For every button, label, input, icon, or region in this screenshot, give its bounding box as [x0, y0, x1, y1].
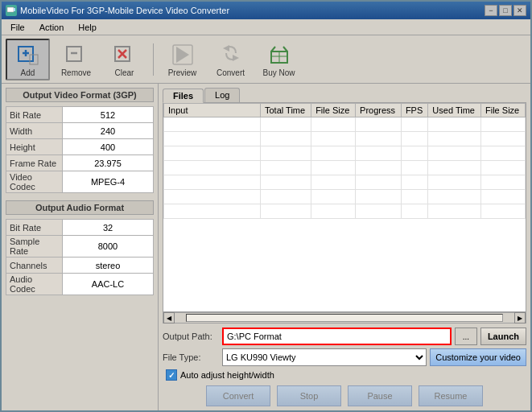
remove-label: Remove — [61, 68, 91, 77]
launch-button[interactable]: Launch — [480, 328, 526, 345]
framerate-value: 23.975 — [63, 155, 154, 171]
add-icon — [15, 42, 41, 68]
channels-label: Channels — [6, 258, 63, 274]
table-row — [164, 175, 526, 190]
remove-button[interactable]: Remove — [54, 39, 98, 80]
table-row — [164, 204, 526, 219]
preview-label: Preview — [168, 68, 197, 77]
customize-button[interactable]: Customize your video — [430, 348, 526, 366]
table-row: Audio Codec AAC-LC — [6, 274, 154, 295]
preview-button[interactable]: Preview — [160, 39, 204, 80]
table-row: Sample Rate 8000 — [6, 236, 154, 258]
table-row: Bit Rate 32 — [6, 220, 154, 236]
scroll-track[interactable] — [186, 314, 503, 322]
table-row: Video Codec MPEG-4 — [6, 171, 154, 193]
convert-icon — [218, 42, 244, 68]
scroll-left-arrow[interactable]: ◀ — [163, 312, 175, 323]
svg-rect-0 — [7, 7, 14, 12]
right-panel: Files Log Input Total Time File Size Pro… — [159, 84, 530, 410]
files-tab[interactable]: Files — [163, 89, 204, 103]
auto-adjust-row: ✓ Auto adjust height/width — [163, 369, 526, 381]
svg-marker-14 — [233, 55, 239, 61]
minimize-button[interactable]: − — [485, 5, 497, 16]
clear-button[interactable]: Clear — [102, 39, 146, 80]
window-title: MobileVideo For 3GP-Mobile Device Video … — [20, 6, 229, 15]
main-content: Output Video Format (3GP) Bit Rate 512 W… — [2, 84, 530, 410]
stop-button[interactable]: Stop — [277, 385, 341, 406]
col-total-time: Total Time — [261, 104, 311, 117]
svg-marker-13 — [223, 45, 229, 52]
output-path-input[interactable] — [222, 328, 452, 345]
title-bar-buttons: − □ ✕ — [485, 5, 526, 16]
browse-button[interactable]: ... — [455, 328, 477, 345]
col-file-size2: File Size — [481, 104, 526, 117]
width-value: 240 — [63, 123, 154, 139]
table-row: Channels stereo — [6, 258, 154, 274]
buy-now-button[interactable]: Buy Now — [257, 39, 301, 80]
file-type-label: File Type: — [163, 352, 219, 362]
convert-button[interactable]: Convert — [208, 39, 253, 80]
videocodec-label: Video Codec — [6, 171, 63, 193]
table-row — [164, 190, 526, 204]
audio-format-table: Bit Rate 32 Sample Rate 8000 Channels st… — [6, 219, 154, 295]
table-row — [164, 117, 526, 132]
svg-rect-1 — [14, 8, 15, 11]
resume-button[interactable]: Resume — [419, 385, 483, 406]
audio-format-header: Output Audio Format — [6, 200, 154, 215]
remove-icon — [64, 42, 89, 68]
audiocodec-label: Audio Codec — [6, 274, 63, 295]
output-path-label: Output Path: — [163, 332, 219, 341]
col-progress: Progress — [356, 104, 402, 117]
app-icon — [6, 5, 17, 16]
pause-button[interactable]: Pause — [348, 385, 412, 406]
bottom-buttons: Convert Stop Pause Resume — [163, 385, 526, 406]
file-table-container: Input Total Time File Size Progress FPS … — [163, 102, 526, 312]
menu-action[interactable]: Action — [32, 21, 72, 33]
output-path-row: Output Path: ... Launch — [163, 328, 526, 345]
title-bar: MobileVideo For 3GP-Mobile Device Video … — [2, 2, 530, 19]
table-row: Frame Rate 23.975 — [6, 155, 154, 171]
toolbar: Add Remove Clear — [2, 35, 530, 84]
video-format-table: Bit Rate 512 Width 240 Height 400 Frame … — [6, 106, 154, 193]
height-label: Height — [6, 139, 63, 155]
framerate-label: Frame Rate — [6, 155, 63, 171]
file-table: Input Total Time File Size Progress FPS … — [163, 103, 526, 219]
col-fps: FPS — [401, 104, 427, 117]
title-bar-left: MobileVideo For 3GP-Mobile Device Video … — [6, 5, 229, 16]
menu-file[interactable]: File — [3, 21, 32, 33]
maximize-button[interactable]: □ — [499, 5, 512, 16]
menu-help[interactable]: Help — [71, 21, 104, 33]
height-value: 400 — [63, 139, 154, 155]
table-row — [164, 161, 526, 175]
col-used-time: Used Time — [428, 104, 481, 117]
checkbox-check-icon: ✓ — [168, 371, 175, 380]
horizontal-scrollbar[interactable]: ◀ ▶ — [163, 312, 526, 323]
left-panel: Output Video Format (3GP) Bit Rate 512 W… — [2, 84, 159, 410]
svg-marker-11 — [176, 47, 189, 63]
add-button[interactable]: Add — [6, 39, 50, 80]
clear-label: Clear — [115, 68, 134, 77]
table-row: Width 240 — [6, 123, 154, 139]
buy-now-icon — [266, 42, 292, 68]
file-type-row: File Type: LG KU990 Viewty Customize you… — [163, 348, 526, 366]
menu-bar: File Action Help — [2, 19, 530, 35]
toolbar-separator-1 — [153, 43, 154, 76]
auto-adjust-checkbox[interactable]: ✓ — [166, 369, 177, 381]
auto-adjust-label: Auto adjust height/width — [180, 370, 274, 380]
scroll-right-arrow[interactable]: ▶ — [514, 312, 526, 323]
audio-bitrate-value: 32 — [63, 220, 154, 236]
preview-icon — [170, 42, 196, 68]
videocodec-value: MPEG-4 — [63, 171, 154, 193]
width-label: Width — [6, 123, 63, 139]
add-label: Add — [21, 68, 35, 77]
file-type-select[interactable]: LG KU990 Viewty — [222, 348, 427, 366]
bitrate-value: 512 — [63, 107, 154, 123]
samplerate-value: 8000 — [63, 236, 154, 258]
bitrate-label: Bit Rate — [6, 107, 63, 123]
table-row: Height 400 — [6, 139, 154, 155]
log-tab[interactable]: Log — [204, 88, 240, 102]
clear-icon — [112, 42, 138, 68]
convert-action-button[interactable]: Convert — [206, 385, 270, 406]
channels-value: stereo — [63, 258, 154, 274]
close-button[interactable]: ✕ — [513, 5, 526, 16]
